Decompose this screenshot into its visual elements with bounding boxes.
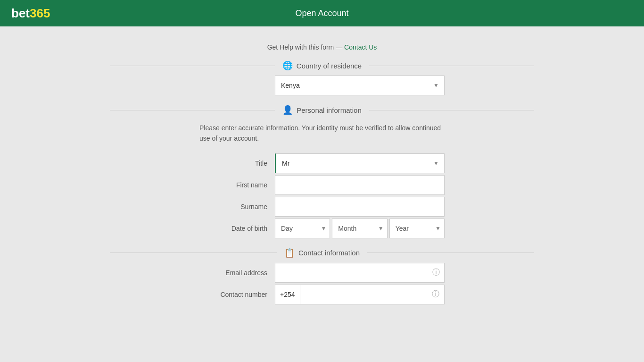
country-form: Kenya Uganda Tanzania South Africa Niger… <box>190 76 454 95</box>
title-label: Title <box>199 160 275 167</box>
dob-day-select[interactable]: Day 12345 678910 1112131415 1617181920 2… <box>275 219 330 238</box>
surname-input[interactable] <box>275 197 445 217</box>
logo-bet: bet <box>11 6 30 21</box>
surname-label: Surname <box>199 203 275 210</box>
logo-365: 365 <box>30 6 50 21</box>
contact-icon: 📋 <box>284 248 295 258</box>
personal-form: Please enter accurate information. Your … <box>190 123 454 238</box>
contact-section-label: 📋 Contact information <box>277 248 367 258</box>
title-select[interactable]: Mr Mrs Miss Ms Dr <box>275 153 445 173</box>
contact-section-divider: 📋 Contact information <box>110 248 534 258</box>
dob-year-select[interactable]: Year 20052004200320022001 20001999199819… <box>389 219 445 238</box>
dob-label: Date of birth <box>199 225 275 232</box>
email-info-icon[interactable]: ⓘ <box>432 268 440 278</box>
country-row: Kenya Uganda Tanzania South Africa Niger… <box>199 76 445 95</box>
personal-section-label: 👤 Personal information <box>275 105 369 115</box>
divider-line-left <box>110 66 275 66</box>
personal-section-title: Personal information <box>297 106 362 114</box>
first-name-input[interactable] <box>275 175 445 195</box>
dob-day-wrapper[interactable]: Day 12345 678910 1112131415 1617181920 2… <box>275 219 330 238</box>
divider-line-right-3 <box>367 253 534 253</box>
help-text: Get Help with this form — Contact Us <box>110 43 534 51</box>
title-row: Title Mr Mrs Miss Ms Dr ▼ <box>199 153 445 173</box>
divider-line-right-2 <box>369 110 534 110</box>
first-name-row: First name <box>199 175 445 195</box>
personal-section-divider: 👤 Personal information <box>110 105 534 115</box>
email-label: Email address <box>199 269 275 277</box>
contact-form: Email address ⓘ Contact number +254 ⓘ <box>190 263 454 304</box>
personal-info-text: Please enter accurate information. Your … <box>199 123 445 144</box>
contact-us-link[interactable]: Contact Us <box>344 43 377 51</box>
country-select-wrapper[interactable]: Kenya Uganda Tanzania South Africa Niger… <box>275 76 445 95</box>
contact-section-title: Contact information <box>298 249 360 257</box>
first-name-label: First name <box>199 181 275 189</box>
country-section-label: 🌐 Country of residence <box>275 60 369 71</box>
email-row: Email address ⓘ <box>199 263 445 283</box>
email-input[interactable] <box>275 263 445 283</box>
help-text-static: Get Help with this form — <box>267 43 343 51</box>
page-title: Open Account <box>295 8 348 18</box>
dob-row: Date of birth Day 12345 678910 111213141… <box>199 219 445 238</box>
country-section-title: Country of residence <box>297 62 362 70</box>
logo: bet365 <box>11 6 50 21</box>
header: bet365 Open Account <box>0 0 644 26</box>
title-select-wrapper[interactable]: Mr Mrs Miss Ms Dr ▼ <box>275 153 445 173</box>
phone-row: Contact number +254 ⓘ <box>199 285 445 304</box>
globe-icon: 🌐 <box>282 60 293 71</box>
phone-info-icon[interactable]: ⓘ <box>432 285 444 304</box>
dob-month-wrapper[interactable]: Month JanuaryFebruaryMarchApril MayJuneJ… <box>332 219 387 238</box>
main-content: Get Help with this form — Contact Us 🌐 C… <box>110 26 534 316</box>
divider-line-left-2 <box>110 110 275 110</box>
surname-row: Surname <box>199 197 445 217</box>
dob-year-wrapper[interactable]: Year 20052004200320022001 20001999199819… <box>389 219 445 238</box>
dob-month-select[interactable]: Month JanuaryFebruaryMarchApril MayJuneJ… <box>332 219 387 238</box>
email-input-wrapper[interactable]: ⓘ <box>275 263 445 283</box>
divider-line-right <box>369 66 534 66</box>
dob-wrapper: Day 12345 678910 1112131415 1617181920 2… <box>275 219 445 238</box>
country-select[interactable]: Kenya Uganda Tanzania South Africa Niger… <box>275 76 445 95</box>
person-icon: 👤 <box>282 105 293 115</box>
phone-label: Contact number <box>199 291 275 298</box>
divider-line-left-3 <box>110 253 277 253</box>
country-section-divider: 🌐 Country of residence <box>110 60 534 71</box>
phone-input[interactable] <box>300 285 432 304</box>
phone-prefix: +254 <box>275 285 300 304</box>
phone-input-group[interactable]: +254 ⓘ <box>275 285 445 304</box>
